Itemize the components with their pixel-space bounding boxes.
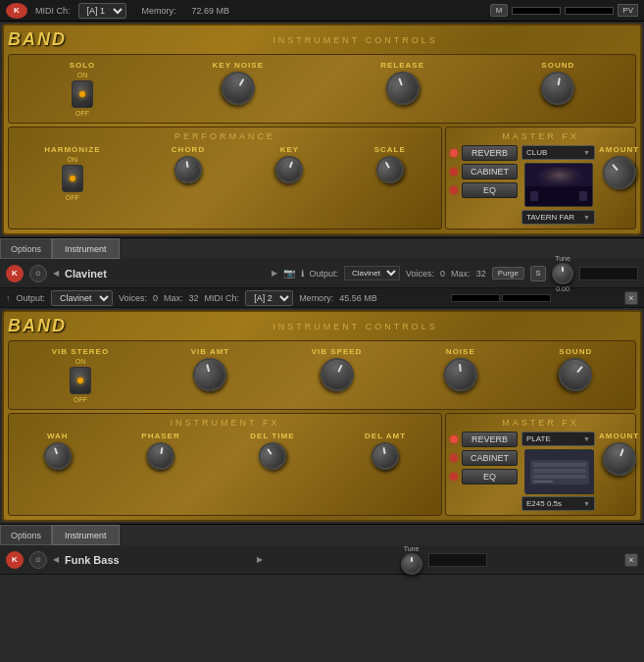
tavern-select-wrapper: TAVERN FAR ▼ [521, 210, 595, 225]
del-amt-knob[interactable] [370, 440, 401, 472]
reverb-button-2[interactable]: REVERB [462, 432, 518, 447]
instrument-controls-header-2: INSTRUMENT CONTROLS [272, 322, 437, 331]
chord-knob[interactable] [173, 154, 204, 185]
output-label: Output: [310, 269, 339, 279]
tavern-select[interactable]: TAVERN FAR ▼ [521, 210, 595, 225]
key-noise-label: KEY NOISE [213, 61, 264, 70]
svg-rect-3 [530, 191, 538, 201]
meter-2 [451, 294, 500, 302]
vib-amt-knob[interactable] [190, 354, 231, 395]
cabinet-button[interactable]: CABINET [462, 164, 518, 179]
midi-max-value: 32 [189, 293, 199, 303]
eq-button[interactable]: EQ [462, 182, 518, 198]
midi-channel-select-2[interactable]: [A] 2 [245, 290, 293, 306]
e245-option: E245 0.5s [526, 499, 562, 508]
svg-rect-10 [533, 481, 553, 483]
eq-button-2[interactable]: EQ [462, 469, 518, 484]
cabinet-button-2[interactable]: CABINET [462, 450, 518, 466]
cabinet-led-2 [450, 454, 458, 462]
amount-group-1: AMOUNT [599, 145, 639, 225]
vib-speed-knob[interactable] [315, 352, 359, 396]
options-tab-2[interactable]: Options [0, 525, 52, 545]
instrument-controls-panel-2: VIB STEREO ON OFF VIB AMT VIB SPEED NOIS… [8, 340, 636, 410]
reverb-button[interactable]: REVERB [462, 145, 518, 161]
meter-4 [428, 553, 487, 567]
track-row-clavinet: K ⊙ ◀ Clavinet ▶ 📷 ℹ Output: Clavinet Vo… [0, 259, 644, 288]
logo-icon: K [6, 3, 27, 19]
release-knob[interactable] [381, 67, 424, 110]
vib-stereo-toggle[interactable] [70, 367, 91, 394]
track-name-clavinet: Clavinet [65, 268, 107, 280]
club-select-wrapper: CLUB ▼ [521, 145, 595, 160]
amount-knob-1[interactable] [596, 149, 643, 196]
tavern-arrow-icon: ▼ [583, 214, 590, 221]
noise-group: NOISE [444, 347, 477, 391]
vib-speed-group: VIB SPEED [312, 347, 363, 391]
scale-knob[interactable] [372, 151, 409, 188]
club-option: CLUB [526, 148, 547, 157]
options-tab-1[interactable]: Options [0, 238, 52, 259]
phaser-knob[interactable] [145, 440, 176, 472]
track-name-funk-bass: Funk Bass [65, 554, 120, 566]
midi-channel-select-1[interactable]: [A] 1 [78, 3, 126, 19]
sound-knob-2[interactable] [552, 351, 599, 398]
sound-knob[interactable] [539, 69, 577, 107]
track-prev-btn[interactable]: ◀ [53, 269, 59, 278]
plate-select[interactable]: PLATE ▼ [521, 432, 595, 446]
max-label: Max: [451, 269, 471, 279]
midi-row-1: ↑ Output: Clavinet Voices: 0 Max: 32 MID… [0, 288, 644, 308]
options-bar-2: Options Instrument [0, 524, 644, 545]
amount-knob-2[interactable] [598, 437, 641, 481]
noise-knob[interactable] [442, 357, 478, 393]
instrument-master-fx-row: INSTRUMENT FX WAH PHASER DEL TIME DEL AM… [8, 413, 636, 516]
club-arrow-icon: ▼ [583, 149, 590, 156]
e245-select[interactable]: E245 0.5s ▼ [521, 496, 595, 511]
eq-led [450, 186, 458, 194]
tune-label-1: Tune [555, 255, 570, 262]
del-time-knob[interactable] [253, 437, 291, 476]
key-knob[interactable] [272, 152, 308, 187]
track-prev-btn-2[interactable]: ◀ [53, 555, 59, 564]
close-btn-1[interactable]: × [624, 291, 638, 305]
chord-label: CHORD [172, 145, 205, 154]
solo-label: SOLO [70, 61, 96, 70]
master-fx-panel-1: MASTER FX REVERB CABINET EQ [445, 127, 636, 229]
track-next-btn-2[interactable]: ▶ [257, 555, 263, 564]
midi-output-select[interactable]: Clavinet [51, 290, 113, 306]
info-icon[interactable]: ℹ [301, 269, 304, 279]
club-select[interactable]: CLUB ▼ [521, 145, 595, 160]
midi-voices-label: Voices: [119, 293, 147, 303]
midi-mem-value: 45.56 MB [339, 293, 377, 303]
performance-panel-1: PERFORMANCE HARMONIZE ON OFF CHORD KEY [8, 127, 442, 229]
tune-label-2: Tune [404, 545, 420, 552]
eq-button-row: EQ [450, 182, 518, 198]
vib-led [77, 378, 83, 383]
close-btn-2[interactable]: × [624, 553, 638, 567]
del-time-label: DEL TIME [250, 432, 294, 440]
svg-rect-7 [533, 463, 586, 467]
vib-speed-label: VIB SPEED [312, 347, 363, 356]
top-bar-right: M PV [490, 4, 638, 17]
del-time-group: DEL TIME [250, 432, 294, 470]
key-noise-knob[interactable] [216, 66, 261, 111]
solo-toggle[interactable] [72, 80, 93, 108]
midi-max-label: Max: [164, 293, 183, 303]
sound-group: SOUND [541, 61, 574, 105]
output-select[interactable]: Clavinet [344, 266, 400, 280]
pv-button-top[interactable]: PV [618, 4, 638, 17]
m-button-top[interactable]: M [490, 4, 509, 17]
track-next-btn[interactable]: ▶ [272, 269, 277, 278]
chord-group: CHORD [172, 145, 205, 183]
del-amt-group: DEL AMT [365, 432, 406, 470]
sound-label-2: SOUND [559, 347, 592, 356]
harmonize-toggle[interactable] [62, 165, 83, 192]
camera-icon[interactable]: 📷 [283, 268, 295, 279]
instrument-tab-1[interactable]: Instrument [52, 238, 120, 259]
midi-voices-value: 0 [153, 293, 158, 303]
purge-button[interactable]: Purge [492, 267, 524, 280]
instrument-tab-2[interactable]: Instrument [52, 525, 120, 545]
tune-knob-1[interactable] [552, 263, 573, 284]
wah-knob[interactable] [40, 438, 75, 474]
s-button-1[interactable]: S [530, 266, 546, 281]
tune-knob-2[interactable] [401, 553, 422, 575]
